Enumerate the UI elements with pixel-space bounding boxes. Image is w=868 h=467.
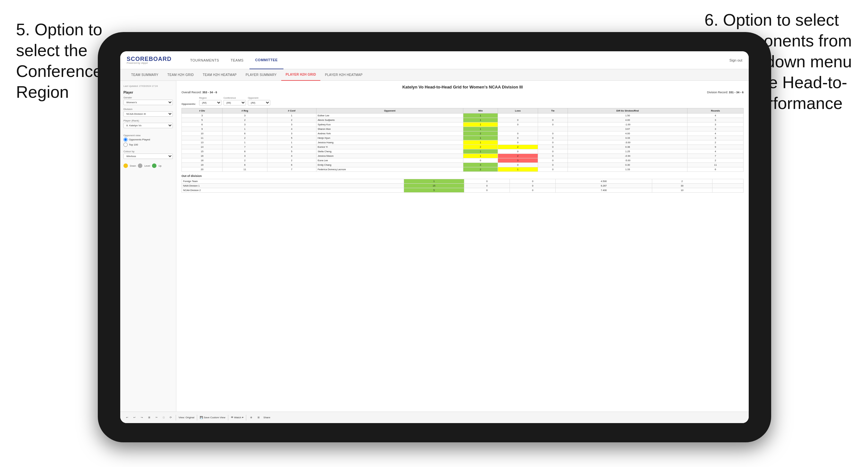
radio-top100[interactable]: Top 100 bbox=[123, 143, 173, 147]
col-conf: # Conf bbox=[267, 108, 316, 114]
player-rank-label: Player (Rank) bbox=[123, 119, 173, 122]
top-nav: TOURNAMENTS TEAMS COMMITTEE bbox=[184, 51, 283, 69]
conference-select[interactable]: (All) bbox=[223, 100, 246, 105]
main-content: Last Updated: 27/03/2024 17:24 Player Ge… bbox=[120, 81, 749, 411]
region-label: Region bbox=[199, 96, 222, 99]
bottom-toolbar: ↩ ↩ ↪ ⊞ ✂ □ ⟳ View: Original 💾 Save Cust… bbox=[120, 411, 749, 423]
sub-tab-player-summary[interactable]: PLAYER SUMMARY bbox=[241, 69, 281, 81]
table-row: 3 3 1 Esther Lee 1 1.50 4 bbox=[182, 114, 744, 118]
table-row: 6 3 3 Sydney Kuo 1 0 0 -1.00 3 bbox=[182, 122, 744, 127]
nav-tab-committee[interactable]: COMMITTEE bbox=[249, 51, 284, 69]
conference-filter: Conference (All) bbox=[223, 96, 246, 105]
colour-by-select[interactable]: Win/loss bbox=[123, 154, 173, 159]
divider2 bbox=[197, 415, 197, 421]
copy-btn[interactable]: □ bbox=[162, 415, 166, 419]
opponent-view-options: Opponents Played Top 100 bbox=[123, 137, 173, 147]
logo-text: SCOREBOARD bbox=[127, 56, 172, 62]
radio-opponents-played[interactable]: Opponents Played bbox=[123, 137, 173, 142]
sub-tab-team-h2h-grid[interactable]: TEAM H2H GRID bbox=[163, 69, 198, 81]
col-diff: Diff Av Strokes/Rnd bbox=[568, 108, 687, 114]
grid-area: Katelyn Vo Head-to-Head Grid for Women's… bbox=[176, 81, 749, 411]
table-row: 15 8 5 Stella Cheng 1 0 0 1.25 4 bbox=[182, 149, 744, 154]
table-row: 9 1 4 Sharon Mun 1 3.67 3 bbox=[182, 127, 744, 131]
up-label: Up bbox=[158, 164, 162, 167]
sub-nav: TEAM SUMMARY TEAM H2H GRID TEAM H2H HEAT… bbox=[120, 69, 749, 81]
ood-table-row: NAIA Division 1 15 0 0 9.267 30 bbox=[182, 184, 744, 188]
col-tie: Tie bbox=[538, 108, 568, 114]
ood-table-row: Foreign Team 1 0 0 4.500 2 bbox=[182, 179, 744, 184]
col-win: Win bbox=[463, 108, 498, 114]
sub-tab-player-h2h-heatmap[interactable]: PLAYER H2H HEATMAP bbox=[320, 69, 367, 81]
divider1 bbox=[176, 415, 176, 421]
nav-tab-teams[interactable]: TEAMS bbox=[225, 51, 249, 69]
region-select[interactable]: (All) bbox=[199, 100, 222, 105]
opponent-filter: Opponent (All) bbox=[248, 96, 270, 105]
undo2-btn[interactable]: ↩ bbox=[132, 415, 137, 419]
layout-btn[interactable]: ⊞ bbox=[256, 415, 261, 419]
col-div: # Div bbox=[182, 108, 222, 114]
sign-out[interactable]: Sign out bbox=[730, 58, 742, 62]
opponent-view-label: Opponent view bbox=[123, 134, 173, 137]
filter-group-opponents: Opponents: bbox=[182, 102, 196, 105]
gender-select[interactable]: Women's bbox=[123, 100, 173, 105]
divider3 bbox=[228, 415, 228, 421]
colour-by-label: Colour by bbox=[123, 150, 173, 153]
gender-label: Gender bbox=[123, 96, 173, 99]
level-dot bbox=[138, 163, 143, 168]
table-row: 20 11 7 Federica Domecq Lacroze 2 1 0 1.… bbox=[182, 167, 744, 172]
sub-tab-team-h2h-heatmap[interactable]: TEAM H2H HEATMAP bbox=[198, 69, 241, 81]
grid-title: Katelyn Vo Head-to-Head Grid for Women's… bbox=[182, 85, 744, 89]
ood-table-row: NCAA Division 2 5 0 0 7.400 10 bbox=[182, 188, 744, 193]
tablet-screen: SCOREBOARD Powered by clippd TOURNAMENTS… bbox=[120, 51, 749, 423]
tablet-frame: SCOREBOARD Powered by clippd TOURNAMENTS… bbox=[98, 32, 771, 442]
app-header: SCOREBOARD Powered by clippd TOURNAMENTS… bbox=[120, 51, 749, 69]
down-label: Down bbox=[130, 164, 136, 167]
refresh-btn[interactable]: ⟳ bbox=[168, 415, 173, 419]
view-original-btn[interactable]: View: Original bbox=[179, 416, 194, 419]
down-dot bbox=[123, 163, 128, 168]
table-row: 13 1 1 Jessica Huang 1 0 0 -3.00 2 bbox=[182, 141, 744, 145]
h2h-table: # Div # Reg # Conf Opponent Win Loss Tie… bbox=[182, 108, 744, 172]
filter-row-inner: Region (All) Conference (All) bbox=[199, 96, 270, 105]
add-btn[interactable]: ⊕ bbox=[249, 415, 254, 419]
col-loss: Loss bbox=[498, 108, 538, 114]
player-section-title: Player bbox=[123, 91, 173, 94]
redo-btn[interactable]: ↪ bbox=[140, 415, 144, 419]
table-row: 16 3 4 Jessica Mason 1 2 0 -0.94 7 bbox=[182, 154, 744, 158]
division-record: Division Record: 331 - 34 - 6 bbox=[707, 91, 744, 94]
sub-tab-player-h2h-grid[interactable]: PLAYER H2H GRID bbox=[281, 69, 321, 81]
cut-btn[interactable]: ✂ bbox=[154, 415, 159, 419]
sidebar: Last Updated: 27/03/2024 17:24 Player Ge… bbox=[120, 81, 176, 411]
filter-row: Opponents: Region (All) Conference bbox=[182, 96, 744, 105]
scoreboard-logo: SCOREBOARD Powered by clippd bbox=[127, 56, 172, 64]
last-updated: Last Updated: 27/03/2024 17:24 bbox=[123, 85, 173, 88]
opponent-label: Opponent bbox=[248, 96, 270, 99]
colour-legend: Down Level Up bbox=[123, 163, 173, 168]
grid-btn[interactable]: ⊞ bbox=[147, 415, 152, 419]
opponents-label: Opponents: bbox=[182, 102, 196, 105]
opponent-select[interactable]: (All) bbox=[248, 100, 270, 105]
grid-records: Overall Record: 353 - 34 - 6 Division Re… bbox=[182, 91, 744, 94]
sub-tab-team-summary[interactable]: TEAM SUMMARY bbox=[127, 69, 163, 81]
table-row: 19 6 6 Emily Chang 4 0 0 0.30 11 bbox=[182, 163, 744, 167]
share-btn[interactable]: Share bbox=[264, 416, 270, 419]
table-row: 14 7 4 Eunice Yi 2 2 0 0.38 9 bbox=[182, 145, 744, 149]
player-rank-select[interactable]: 8. Katelyn Vo bbox=[123, 123, 173, 128]
table-row: 11 2 5 Heejo Hyun 1 0 0 3.33 3 bbox=[182, 136, 744, 141]
level-label: Level bbox=[144, 164, 150, 167]
col-rounds: Rounds bbox=[687, 108, 744, 114]
watch-btn[interactable]: 👁 Watch ▾ bbox=[231, 416, 243, 419]
nav-tab-tournaments[interactable]: TOURNAMENTS bbox=[184, 51, 225, 69]
region-filter: Region (All) bbox=[199, 96, 222, 105]
overall-record: Overall Record: 353 - 34 - 6 bbox=[182, 91, 217, 94]
undo-btn[interactable]: ↩ bbox=[125, 415, 129, 419]
table-row: 18 2 2 Euna Lee 0 3 0 -5.00 2 bbox=[182, 158, 744, 163]
save-custom-view-btn[interactable]: 💾 Save Custom View bbox=[200, 416, 225, 419]
conference-label: Conference bbox=[223, 96, 246, 99]
division-select[interactable]: NCAA Division III bbox=[123, 111, 173, 117]
divider4 bbox=[246, 415, 246, 421]
out-of-division-header: Out of division bbox=[182, 174, 744, 178]
table-row: 10 6 3 Andrea York 2 0 0 4.00 4 bbox=[182, 131, 744, 136]
col-reg: # Reg bbox=[222, 108, 267, 114]
col-opponent: Opponent bbox=[316, 108, 463, 114]
